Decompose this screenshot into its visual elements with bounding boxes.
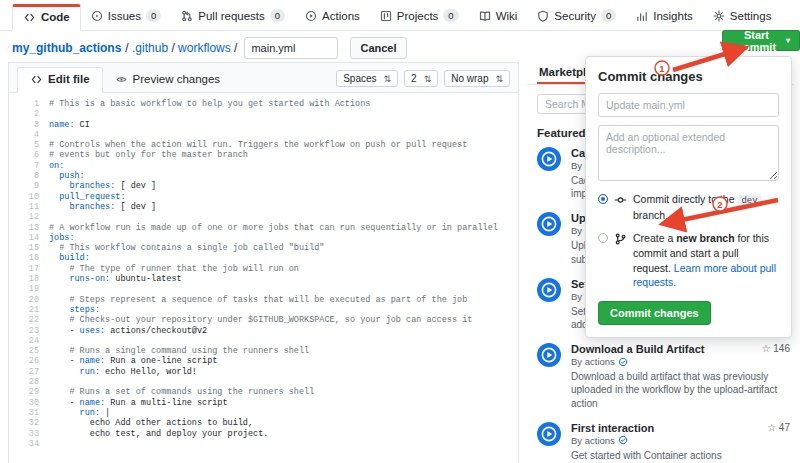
nav-item-security[interactable]: Security0 bbox=[527, 2, 626, 30]
tab-preview-changes[interactable]: Preview changes bbox=[103, 67, 233, 92]
cancel-button[interactable]: Cancel bbox=[350, 37, 406, 59]
commit-message-input[interactable] bbox=[598, 93, 779, 117]
star-count: ☆ 47 bbox=[767, 422, 794, 433]
new-branch-label: Create a new branch for this commit and … bbox=[633, 231, 779, 290]
nav-item-projects[interactable]: Projects0 bbox=[370, 2, 469, 30]
code-line[interactable]: 19 bbox=[9, 284, 518, 294]
code-line[interactable]: 5# Controls when the action will run. Tr… bbox=[9, 140, 518, 150]
code-line[interactable]: 8 push: bbox=[9, 171, 518, 181]
marketplace-action-item[interactable]: Download a Build Artifact☆ 146By actions… bbox=[537, 343, 794, 410]
line-number: 1 bbox=[9, 99, 49, 109]
line-number: 16 bbox=[9, 253, 49, 263]
code-line[interactable]: 17 # The type of runner that the job wil… bbox=[9, 264, 518, 274]
code-line[interactable]: 23 - uses: actions/checkout@v2 bbox=[9, 326, 518, 336]
wrap-mode-select[interactable]: No wrap ⇅ bbox=[444, 70, 510, 87]
star-icon: ☆ bbox=[762, 343, 771, 354]
code-line[interactable]: 16 build: bbox=[9, 253, 518, 263]
eye-icon bbox=[115, 74, 128, 85]
start-commit-button[interactable]: Start commit ▾ bbox=[722, 30, 800, 51]
radio-unselected[interactable] bbox=[598, 233, 608, 243]
commit-directly-label: Commit directly to the dev branch. bbox=[633, 192, 779, 222]
select-arrows-icon: ⇅ bbox=[495, 74, 503, 84]
action-title[interactable]: First interaction bbox=[571, 422, 654, 434]
star-count: ☆ 146 bbox=[762, 343, 794, 354]
nav-item-code[interactable]: Code bbox=[12, 4, 81, 31]
code-line[interactable]: 13# A workflow run is made up of one or … bbox=[9, 223, 518, 233]
code-line[interactable]: 33 echo test, and deploy your project. bbox=[9, 429, 518, 439]
line-number: 21 bbox=[9, 305, 49, 315]
code-line[interactable]: 34 bbox=[9, 439, 518, 449]
code-line[interactable]: 9 branches: [ dev ] bbox=[9, 181, 518, 191]
editor-header: Edit file Preview changes Spaces ⇅ 2 ⇅ N… bbox=[9, 63, 518, 93]
nav-item-wiki[interactable]: Wiki bbox=[469, 3, 528, 30]
action-play-icon bbox=[537, 422, 561, 446]
line-number: 5 bbox=[9, 140, 49, 150]
code-line[interactable]: 22 # Checks-out your repository under $G… bbox=[9, 315, 518, 325]
indent-mode-select[interactable]: Spaces ⇅ bbox=[336, 70, 398, 87]
code-line[interactable]: 20 # Steps represent a sequence of tasks… bbox=[9, 295, 518, 305]
nav-item-settings[interactable]: Settings bbox=[703, 3, 782, 30]
line-number: 10 bbox=[9, 192, 49, 202]
code-line[interactable]: 12 bbox=[9, 212, 518, 222]
breadcrumb-dir-link[interactable]: .github bbox=[132, 41, 168, 55]
line-number: 19 bbox=[9, 284, 49, 294]
marketplace-action-item[interactable]: First interaction☆ 47By actionsGet start… bbox=[537, 422, 794, 462]
commit-changes-button[interactable]: Commit changes bbox=[598, 301, 711, 325]
settings-icon bbox=[713, 10, 725, 22]
code-line[interactable]: 31 run: | bbox=[9, 408, 518, 418]
code-line[interactable]: 24 bbox=[9, 336, 518, 346]
action-play-icon bbox=[537, 212, 561, 236]
code-line[interactable]: 25 # Runs a single command using the run… bbox=[9, 346, 518, 356]
line-number: 24 bbox=[9, 336, 49, 346]
code-line[interactable]: 10 pull_request: bbox=[9, 192, 518, 202]
code-line[interactable]: 21 steps: bbox=[9, 305, 518, 315]
commit-directly-option[interactable]: Commit directly to the dev branch. bbox=[598, 192, 779, 222]
line-number: 15 bbox=[9, 243, 49, 253]
code-line[interactable]: 18 runs-on: ubuntu-latest bbox=[9, 274, 518, 284]
commit-description-textarea[interactable] bbox=[598, 125, 779, 181]
code-line[interactable]: 15 # This workflow contains a single job… bbox=[9, 243, 518, 253]
issue-icon bbox=[91, 10, 103, 22]
nav-item-issues[interactable]: Issues0 bbox=[81, 2, 172, 30]
select-arrows-icon: ⇅ bbox=[424, 74, 432, 84]
tab-edit-file[interactable]: Edit file bbox=[17, 67, 103, 93]
line-number: 18 bbox=[9, 274, 49, 284]
line-number: 14 bbox=[9, 233, 49, 243]
line-number: 22 bbox=[9, 315, 49, 325]
action-author: By actions bbox=[571, 356, 794, 367]
branch-icon bbox=[614, 233, 627, 245]
line-number: 26 bbox=[9, 356, 49, 366]
line-number: 23 bbox=[9, 326, 49, 336]
code-line[interactable]: 3name: CI bbox=[9, 120, 518, 130]
nav-item-actions[interactable]: Actions bbox=[295, 3, 370, 30]
breadcrumb-path: / .github / workflows / bbox=[125, 41, 237, 55]
code-line[interactable]: 29 # Runs a set of commands using the ru… bbox=[9, 387, 518, 397]
code-line[interactable]: 1# This is a basic workflow to help you … bbox=[9, 99, 518, 109]
code-line[interactable]: 27 run: echo Hello, world! bbox=[9, 367, 518, 377]
filename-input[interactable] bbox=[244, 37, 338, 59]
code-line[interactable]: 28 bbox=[9, 377, 518, 387]
code-line[interactable]: 14jobs: bbox=[9, 233, 518, 243]
code-line[interactable]: 7on: bbox=[9, 161, 518, 171]
code-line[interactable]: 32 echo Add other actions to build, bbox=[9, 418, 518, 428]
radio-selected[interactable] bbox=[598, 194, 608, 204]
code-line[interactable]: 6# events but only for the master branch bbox=[9, 150, 518, 160]
code-line[interactable]: 26 - name: Run a one-line script bbox=[9, 356, 518, 366]
nav-item-pull-requests[interactable]: Pull requests0 bbox=[171, 2, 295, 30]
indent-size-select[interactable]: 2 ⇅ bbox=[404, 70, 438, 87]
code-line[interactable]: 11 branches: [ dev ] bbox=[9, 202, 518, 212]
repo-nav: CodeIssues0Pull requests0ActionsProjects… bbox=[0, 0, 800, 31]
line-number: 6 bbox=[9, 150, 49, 160]
count-badge: 0 bbox=[601, 9, 616, 22]
actions-icon bbox=[305, 10, 317, 22]
action-title[interactable]: Download a Build Artifact bbox=[571, 343, 704, 355]
code-line[interactable]: 4 bbox=[9, 130, 518, 140]
code-line[interactable]: 30 - name: Run a multi-line script bbox=[9, 398, 518, 408]
commit-icon bbox=[614, 194, 627, 206]
code-line[interactable]: 2 bbox=[9, 109, 518, 119]
new-branch-option[interactable]: Create a new branch for this commit and … bbox=[598, 231, 779, 290]
breadcrumb-dir-link[interactable]: workflows bbox=[178, 41, 231, 55]
breadcrumb-repo-link[interactable]: my_github_actions bbox=[12, 41, 121, 55]
code-editor[interactable]: 1# This is a basic workflow to help you … bbox=[9, 93, 518, 449]
nav-item-insights[interactable]: Insights bbox=[626, 3, 703, 30]
